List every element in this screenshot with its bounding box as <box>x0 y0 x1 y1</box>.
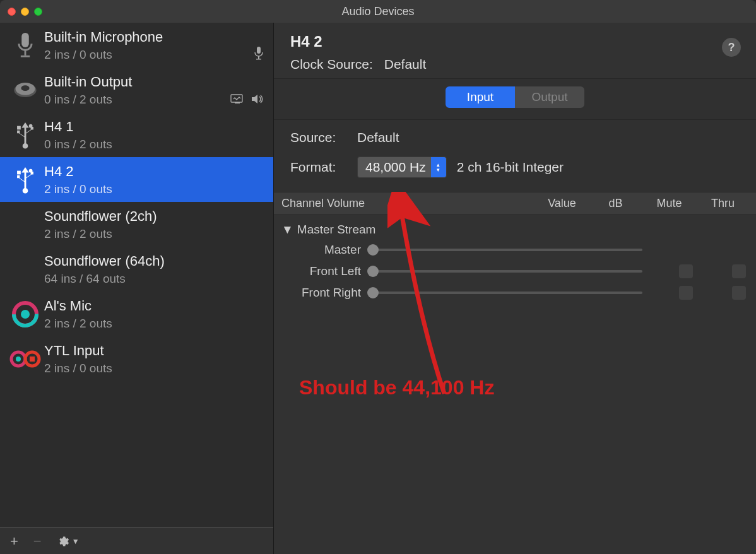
device-icon <box>6 162 44 197</box>
mute-checkbox[interactable] <box>679 286 693 300</box>
detail-pane: H4 2 Clock Source: Default ? Input Outpu… <box>274 23 756 554</box>
tab-output[interactable]: Output <box>515 86 584 108</box>
svg-point-24 <box>16 357 21 362</box>
device-row[interactable]: Built-in Microphone2 ins / 0 outs <box>0 23 273 68</box>
mic-indicator-icon <box>253 46 264 60</box>
device-row[interactable]: Al's Mic2 ins / 2 outs <box>0 292 273 336</box>
device-name: H4 2 <box>44 163 112 180</box>
device-icon <box>6 252 44 287</box>
device-indicators <box>253 46 264 60</box>
device-list: Built-in Microphone2 ins / 0 outsBuilt-i… <box>0 23 273 527</box>
window-title: Audio Devices <box>341 5 414 18</box>
device-name: Soundflower (64ch) <box>44 253 165 269</box>
device-icon <box>6 207 44 242</box>
device-io-summary: 2 ins / 0 outs <box>44 362 112 375</box>
svg-point-18 <box>29 168 33 172</box>
close-window-button[interactable] <box>8 8 16 16</box>
zoom-window-button[interactable] <box>34 8 42 16</box>
clock-source-value: Default <box>384 57 427 72</box>
svg-rect-4 <box>257 47 261 54</box>
device-icon <box>6 73 44 108</box>
traffic-lights <box>8 8 42 16</box>
titlebar: Audio Devices <box>0 0 756 23</box>
svg-rect-17 <box>25 170 27 191</box>
system-output-icon <box>230 93 244 105</box>
device-sidebar: Built-in Microphone2 ins / 0 outsBuilt-i… <box>0 23 274 554</box>
thru-checkbox[interactable] <box>732 264 746 278</box>
device-io-summary: 64 ins / 64 outs <box>44 272 165 286</box>
channel-label: Front Right <box>281 286 370 300</box>
svg-rect-19 <box>17 170 21 174</box>
svg-point-9 <box>21 85 29 91</box>
device-row[interactable]: Built-in Output0 ins / 2 outs <box>0 68 273 112</box>
svg-rect-0 <box>21 32 29 47</box>
svg-rect-3 <box>21 55 30 57</box>
col-db: dB <box>589 197 642 210</box>
svg-point-22 <box>21 310 30 319</box>
device-name: Al's Mic <box>44 298 112 314</box>
device-row[interactable]: H4 10 ins / 2 outs <box>0 112 273 157</box>
tab-input[interactable]: Input <box>446 86 515 108</box>
master-stream-label: Master Stream <box>297 223 376 237</box>
volume-slider[interactable] <box>370 270 642 273</box>
col-thru: Thru <box>696 197 750 210</box>
device-name: Soundflower (2ch) <box>44 208 157 225</box>
svg-rect-11 <box>235 102 240 103</box>
device-row[interactable]: H4 22 ins / 0 outs <box>0 157 273 202</box>
format-select-value: 48,000 Hz <box>365 160 426 175</box>
svg-point-14 <box>29 124 33 127</box>
actions-menu-button[interactable]: ▼ <box>57 535 80 548</box>
volume-row: Master <box>281 239 750 261</box>
format-select[interactable]: 48,000 Hz <box>357 156 447 178</box>
device-io-summary: 2 ins / 0 outs <box>44 182 112 196</box>
source-value: Default <box>357 130 399 145</box>
gear-icon <box>57 535 69 548</box>
col-channel: Channel Volume <box>281 197 535 210</box>
device-row[interactable]: Soundflower (2ch)2 ins / 2 outs <box>0 202 273 247</box>
svg-rect-26 <box>30 357 35 362</box>
device-icon <box>6 28 44 63</box>
col-value: Value <box>535 197 589 210</box>
mute-checkbox[interactable] <box>679 264 693 278</box>
source-label: Source: <box>290 130 347 145</box>
sidebar-toolbar: + − ▼ <box>0 527 273 554</box>
volume-row: Front Right <box>281 282 750 304</box>
format-label: Format: <box>290 160 347 175</box>
io-segmented-control: Input Output <box>446 86 584 108</box>
speaker-indicator-icon <box>251 93 264 105</box>
help-button[interactable]: ? <box>722 38 741 57</box>
device-name: YTL Input <box>44 343 112 359</box>
svg-rect-2 <box>25 50 27 56</box>
minimize-window-button[interactable] <box>21 8 29 16</box>
device-io-summary: 2 ins / 2 outs <box>44 227 157 241</box>
device-name: H4 1 <box>44 119 112 135</box>
device-io-summary: 2 ins / 2 outs <box>44 317 112 331</box>
channel-label: Front Left <box>281 264 370 278</box>
svg-rect-13 <box>25 126 27 146</box>
clock-source-label: Clock Source: <box>290 57 373 72</box>
remove-device-button[interactable]: − <box>33 533 42 550</box>
device-indicators <box>230 93 264 105</box>
svg-rect-6 <box>256 59 261 60</box>
selected-device-title: H4 2 <box>290 33 743 50</box>
svg-rect-15 <box>17 126 21 129</box>
device-icon <box>6 341 44 377</box>
device-name: Built-in Output <box>44 74 132 90</box>
device-io-summary: 0 ins / 2 outs <box>44 93 132 107</box>
device-io-summary: 0 ins / 2 outs <box>44 138 112 151</box>
volume-row: Front Left <box>281 261 750 282</box>
svg-rect-5 <box>258 56 259 59</box>
device-row[interactable]: Soundflower (64ch)64 ins / 64 outs <box>0 247 273 292</box>
volume-slider[interactable] <box>370 249 642 251</box>
thru-checkbox[interactable] <box>732 286 746 300</box>
device-icon <box>6 297 44 332</box>
col-mute: Mute <box>642 197 696 210</box>
add-device-button[interactable]: + <box>10 533 18 550</box>
device-row[interactable]: YTL Input2 ins / 0 outs <box>0 336 273 381</box>
volume-slider[interactable] <box>370 292 642 294</box>
device-io-summary: 2 ins / 0 outs <box>44 48 163 62</box>
master-stream-group[interactable]: ▼ Master Stream <box>281 220 750 239</box>
device-name: Built-in Microphone <box>44 29 163 45</box>
svg-rect-10 <box>231 95 242 102</box>
volume-table-header: Channel Volume Value dB Mute Thru <box>274 192 756 215</box>
